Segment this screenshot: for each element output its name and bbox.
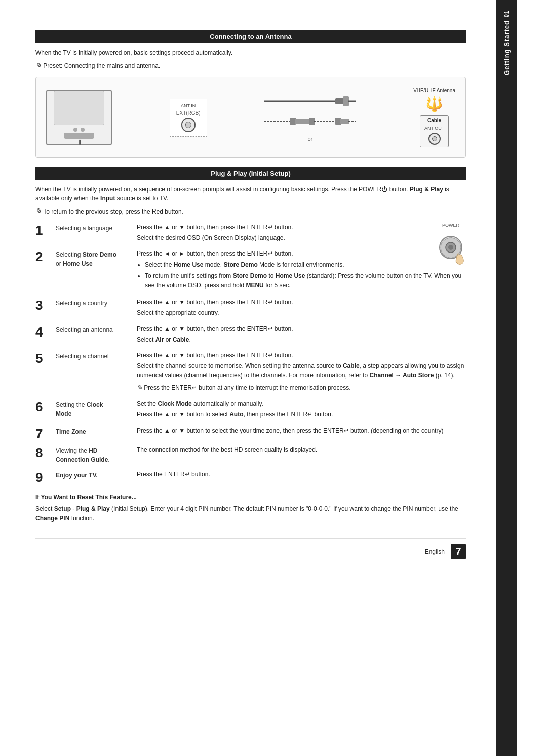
- step-6-row: 6 Setting the ClockMode Set the Clock Mo…: [35, 399, 466, 421]
- connector-area: ANT IN EXT(RGB): [170, 99, 207, 137]
- svg-rect-10: [340, 119, 349, 124]
- step-4-row: 4 Selecting an antenna Press the ▲ or ▼ …: [35, 324, 466, 346]
- step-7-desc: Press the ▲ or ▼ button to select the yo…: [137, 426, 466, 437]
- step-2-label: Selecting Store Demoor Home Use: [56, 249, 137, 268]
- step-6-desc: Set the Clock Mode automatically or manu…: [137, 399, 466, 421]
- step-5-label: Selecting a channel: [56, 351, 137, 361]
- step-5-number: 5: [35, 352, 56, 365]
- cable-svg: [264, 91, 356, 132]
- step-9-desc: Press the ENTER↵ button.: [137, 470, 466, 480]
- ext-label: EXT(RGB): [176, 110, 201, 116]
- footer: English 7: [35, 538, 466, 559]
- step-6-number: 6: [35, 400, 56, 413]
- section1-note: ✎ Preset: Connecting the mains and anten…: [35, 60, 466, 71]
- step-6-label: Setting the ClockMode: [56, 399, 137, 418]
- step-3-label: Selecting a country: [56, 298, 137, 308]
- cable-port: [428, 133, 441, 145]
- step-4-label: Selecting an antenna: [56, 324, 137, 334]
- sidebar-title: Getting Started: [503, 20, 511, 75]
- ant-in-label: ANT IN: [181, 103, 196, 108]
- cable-label: Cable: [427, 118, 441, 123]
- steps-section: POWER 1 Selecting a language Press the ▲…: [35, 223, 466, 484]
- reset-section: If You Want to Reset This Feature... Sel…: [35, 494, 466, 523]
- page-wrapper: Connecting to an Antenna When the TV is …: [0, 0, 547, 756]
- sidebar-number: 01: [503, 10, 510, 17]
- step-9-row: 9 Enjoy your TV. Press the ENTER↵ button…: [35, 470, 466, 484]
- step-9-label: Enjoy your TV.: [56, 470, 137, 480]
- tv-illustration: ▐: [46, 90, 112, 145]
- step-1-row: 1 Selecting a language Press the ▲ or ▼ …: [35, 223, 466, 244]
- step-1-desc: Press the ▲ or ▼ button, then press the …: [137, 223, 466, 244]
- ant-in-port: [181, 118, 196, 132]
- reset-text: Select Setup - Plug & Play (Initial Setu…: [35, 504, 466, 523]
- antenna-icon: 🔱: [425, 97, 443, 111]
- step-7-number: 7: [35, 427, 56, 440]
- main-content: Connecting to an Antenna When the TV is …: [0, 0, 496, 756]
- antenna-label: VHF/UHF Antenna: [413, 88, 455, 93]
- step-2-number: 2: [35, 250, 56, 263]
- section1-title: Connecting to an Antenna: [35, 30, 466, 43]
- sidebar: 01 Getting Started: [496, 0, 517, 756]
- footer-lang: English: [425, 548, 445, 555]
- cable-middle: or: [264, 91, 356, 144]
- footer-page: 7: [451, 544, 466, 559]
- tv-screen: [54, 91, 104, 125]
- antenna-diagram: ▐ ANT IN EXT(RGB): [35, 77, 466, 158]
- reset-title: If You Want to Reset This Feature...: [35, 494, 466, 501]
- step-8-desc: The connection method for the best HD sc…: [137, 445, 466, 456]
- step-3-desc: Press the ▲ or ▼ button, then press the …: [137, 298, 466, 319]
- step-2-desc: Press the ◄ or ► button, then press the …: [137, 249, 466, 292]
- step-8-label: Viewing the HDConnection Guide.: [56, 445, 137, 465]
- cable-box: Cable ANT OUT: [420, 115, 449, 147]
- or-text: or: [307, 136, 312, 142]
- step-3-row: 3 Selecting a country Press the ▲ or ▼ b…: [35, 298, 466, 319]
- step-9-number: 9: [35, 471, 56, 484]
- svg-rect-6: [295, 119, 310, 124]
- step-8-number: 8: [35, 446, 56, 459]
- step-1-number: 1: [35, 224, 56, 237]
- step-8-row: 8 Viewing the HDConnection Guide. The co…: [35, 445, 466, 465]
- section1-intro: When the TV is initially powered on, bas…: [35, 48, 466, 57]
- step-1-label: Selecting a language: [56, 223, 137, 233]
- step-2-row: 2 Selecting Store Demoor Home Use Press …: [35, 249, 466, 292]
- step-5-desc: Press the ▲ or ▼ button, then press the …: [137, 351, 466, 394]
- step-7-label: Time Zone: [56, 426, 137, 436]
- step-3-number: 3: [35, 299, 56, 312]
- step-4-desc: Press the ▲ or ▼ button, then press the …: [137, 324, 466, 346]
- step-4-number: 4: [35, 325, 56, 339]
- section2-title: Plug & Play (Initial Setup): [35, 167, 466, 180]
- note-icon: ✎: [35, 62, 42, 69]
- section2-note: ✎ To return to the previous step, press …: [35, 206, 466, 217]
- section2-intro: When the TV is initially powered on, a s…: [35, 185, 466, 203]
- step-5-row: 5 Selecting a channel Press the ▲ or ▼ b…: [35, 351, 466, 394]
- note-icon2: ✎: [35, 207, 42, 215]
- step-7-row: 7 Time Zone Press the ▲ or ▼ button to s…: [35, 426, 466, 440]
- tv-stand: [64, 133, 94, 139]
- ant-out-label: ANT OUT: [424, 125, 444, 131]
